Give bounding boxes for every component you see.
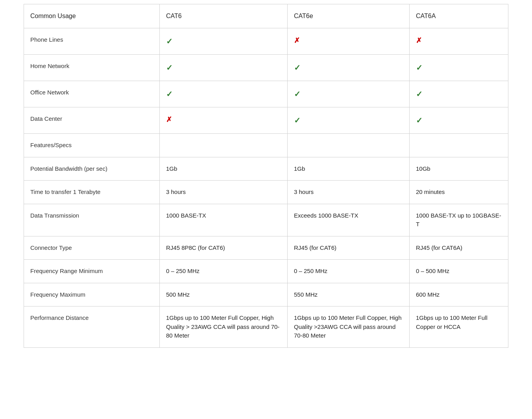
table-body: Phone Lines✓✗✗Home Network✓✓✓Office Netw… — [24, 28, 508, 347]
table-row: Phone Lines✓✗✗ — [24, 28, 508, 55]
cell-cat6e: 1Gb — [288, 157, 410, 181]
cross-icon: ✗ — [416, 37, 422, 44]
cell-cat6e: 550 MHz — [288, 283, 410, 306]
cell-cat6: 1000 BASE-TX — [160, 204, 288, 236]
check-icon: ✓ — [166, 90, 173, 98]
row-label: Home Network — [24, 55, 160, 81]
row-label: Time to transfer 1 Terabyte — [24, 181, 160, 204]
row-label: Features/Specs — [24, 134, 160, 157]
check-icon: ✓ — [294, 63, 301, 72]
cell-cat6: 3 hours — [160, 181, 288, 204]
table-row: Time to transfer 1 Terabyte3 hours3 hour… — [24, 181, 508, 204]
cell-cat6a: 600 MHz — [410, 283, 508, 306]
cell-cat6e: 0 – 250 MHz — [288, 260, 410, 283]
table-row: Home Network✓✓✓ — [24, 55, 508, 81]
comparison-table: Common Usage CAT6 CAT6e CAT6A Phone Line… — [24, 4, 508, 348]
cell-cat6: 500 MHz — [160, 283, 288, 306]
cell-cat6e: ✗ — [288, 28, 410, 54]
cell-cat6: RJ45 8P8C (for CAT6) — [160, 236, 288, 260]
cell-cat6a: 0 – 500 MHz — [410, 260, 508, 283]
table-row: Data Transmission1000 BASE-TXExceeds 100… — [24, 204, 508, 236]
col-cat6e-header: CAT6e — [288, 4, 410, 28]
row-label: Data Transmission — [24, 204, 160, 236]
cell-cat6: 0 – 250 MHz — [160, 260, 288, 283]
cross-icon: ✗ — [166, 116, 172, 124]
cell-cat6a — [410, 134, 508, 157]
cell-cat6e: RJ45 (for CAT6) — [288, 236, 410, 260]
check-icon: ✓ — [294, 90, 301, 98]
cell-cat6a: ✓ — [410, 55, 508, 81]
table-row: Performance Distance1Gbps up to 100 Mete… — [24, 306, 508, 347]
cell-cat6e: ✓ — [288, 81, 410, 107]
row-label: Frequency Range Minimum — [24, 260, 160, 283]
cell-cat6e: Exceeds 1000 BASE-TX — [288, 204, 410, 236]
row-label: Connector Type — [24, 236, 160, 260]
cell-cat6e: ✓ — [288, 55, 410, 81]
check-icon: ✓ — [416, 116, 423, 125]
row-label: Data Center — [24, 107, 160, 133]
cell-cat6e — [288, 134, 410, 157]
table-row: Potential Bandwidth (per sec)1Gb1Gb10Gb — [24, 157, 508, 181]
check-icon: ✓ — [416, 63, 423, 72]
table-row: Features/Specs — [24, 134, 508, 157]
cell-cat6: 1Gbps up to 100 Meter Full Copper, High … — [160, 306, 288, 347]
table-row: Office Network✓✓✓ — [24, 81, 508, 107]
cell-cat6e: ✓ — [288, 107, 410, 133]
table-row: Frequency Maximum500 MHz550 MHz600 MHz — [24, 283, 508, 307]
row-label: Office Network — [24, 81, 160, 107]
row-label: Frequency Maximum — [24, 283, 160, 306]
cell-cat6 — [160, 134, 288, 157]
table-row: Data Center✗✓✓ — [24, 107, 508, 134]
row-label: Phone Lines — [24, 28, 160, 54]
cell-cat6a: 1Gbps up to 100 Meter Full Copper or HCC… — [410, 306, 508, 347]
col-cat6-header: CAT6 — [160, 4, 288, 28]
cell-cat6: 1Gb — [160, 157, 288, 181]
check-icon: ✓ — [416, 90, 423, 98]
cell-cat6a: RJ45 (for CAT6A) — [410, 236, 508, 260]
row-label: Performance Distance — [24, 306, 160, 347]
row-label: Potential Bandwidth (per sec) — [24, 157, 160, 181]
check-icon: ✓ — [166, 63, 173, 72]
cell-cat6e: 3 hours — [288, 181, 410, 204]
cell-cat6a: 20 minutes — [410, 181, 508, 204]
cell-cat6a: 1000 BASE-TX up to 10GBASE-T — [410, 204, 508, 236]
table-row: Frequency Range Minimum0 – 250 MHz0 – 25… — [24, 260, 508, 283]
cell-cat6a: ✓ — [410, 107, 508, 133]
table-row: Connector TypeRJ45 8P8C (for CAT6)RJ45 (… — [24, 236, 508, 260]
col-cat6a-header: CAT6A — [410, 4, 508, 28]
check-icon: ✓ — [294, 116, 301, 125]
check-icon: ✓ — [166, 37, 173, 46]
cell-cat6e: 1Gbps up to 100 Meter Full Copper, High … — [288, 306, 410, 347]
header-row: Common Usage CAT6 CAT6e CAT6A — [24, 4, 508, 28]
cell-cat6a: ✓ — [410, 81, 508, 107]
cell-cat6: ✓ — [160, 81, 288, 107]
cross-icon: ✗ — [294, 37, 300, 44]
cell-cat6: ✓ — [160, 28, 288, 54]
cell-cat6a: 10Gb — [410, 157, 508, 181]
cell-cat6: ✓ — [160, 55, 288, 81]
col-feature-header: Common Usage — [24, 4, 160, 28]
cell-cat6a: ✗ — [410, 28, 508, 54]
cell-cat6: ✗ — [160, 107, 288, 133]
